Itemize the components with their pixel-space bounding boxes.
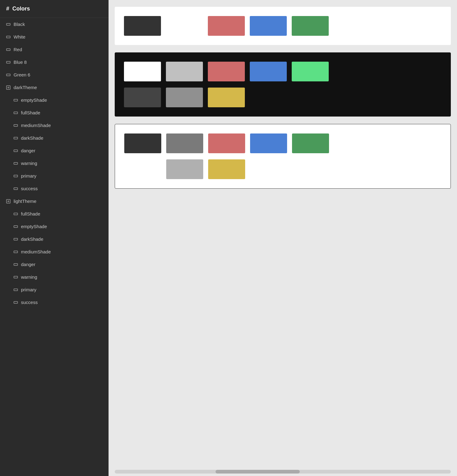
main-panel (109, 0, 457, 476)
sidebar-item-label: primary (21, 287, 36, 292)
color-icon (14, 289, 18, 291)
color-row-dark-1 (124, 88, 442, 107)
color-swatch[interactable] (208, 159, 245, 179)
sidebar-item-emptyShade-light[interactable]: emptyShade (0, 220, 109, 233)
color-swatch[interactable] (250, 88, 287, 107)
sidebar-item-success-dark[interactable]: success (0, 182, 109, 195)
color-icon (14, 175, 18, 177)
sidebar-item-danger-light[interactable]: danger (0, 258, 109, 271)
color-swatch[interactable] (166, 62, 203, 81)
sidebar-item-primary-dark[interactable]: primary (0, 170, 109, 182)
hash-icon: # (6, 6, 9, 12)
main-content (109, 7, 457, 470)
color-swatch[interactable] (124, 62, 161, 81)
sidebar-item-label: danger (21, 148, 35, 153)
color-swatch[interactable] (208, 133, 245, 153)
sidebar-title: Colors (12, 6, 30, 12)
color-icon (6, 48, 10, 51)
sidebar-item-fullShade-dark[interactable]: fullShade (0, 106, 109, 119)
color-swatch[interactable] (124, 88, 161, 107)
color-swatch[interactable] (292, 133, 329, 153)
color-row-light-0 (124, 133, 441, 153)
sidebar-item-mediumShade-dark[interactable]: mediumShade (0, 119, 109, 132)
sidebar-item-label: mediumShade (21, 123, 51, 128)
sidebar-item-label: Blue 8 (14, 60, 27, 65)
color-swatch[interactable] (292, 62, 329, 81)
color-swatch[interactable] (124, 159, 161, 179)
sidebar-item-white[interactable]: White (0, 31, 109, 43)
sidebar-item-danger-dark[interactable]: danger (0, 144, 109, 157)
sidebar-group-lightTheme[interactable]: lightTheme (0, 195, 109, 207)
sidebar-item-green6[interactable]: Green 6 (0, 68, 109, 81)
horizontal-scrollbar[interactable] (115, 470, 451, 474)
color-section-light (115, 124, 451, 189)
sidebar-group-label: darkTheme (14, 85, 37, 90)
color-swatch[interactable] (250, 133, 287, 153)
sidebar-item-fullShade-light[interactable]: fullShade (0, 207, 109, 220)
sidebar-item-warning-light[interactable]: warning (0, 271, 109, 283)
sidebar-item-success-light[interactable]: success (0, 296, 109, 309)
color-swatch[interactable] (166, 133, 203, 153)
color-swatch[interactable] (292, 16, 329, 36)
sidebar-item-label: White (14, 34, 25, 39)
color-icon (14, 150, 18, 152)
sidebar-item-mediumShade-light[interactable]: mediumShade (0, 245, 109, 258)
color-swatch[interactable] (250, 16, 287, 36)
sidebar-item-darkShade-light[interactable]: darkShade (0, 233, 109, 245)
sidebar-item-label: fullShade (21, 110, 40, 115)
color-swatch[interactable] (166, 16, 203, 36)
sidebar-header: # Colors (0, 0, 109, 18)
color-swatch[interactable] (208, 88, 245, 107)
color-section-dark (115, 52, 451, 117)
sidebar-item-warning-dark[interactable]: warning (0, 157, 109, 170)
sidebar-item-label: Red (14, 47, 22, 52)
sidebar-item-label: fullShade (21, 211, 40, 216)
sidebar-item-label: warning (21, 274, 37, 280)
sidebar-item-label: darkShade (21, 135, 43, 141)
color-icon (14, 301, 18, 304)
color-swatch[interactable] (124, 16, 161, 36)
color-icon (14, 187, 18, 190)
sidebar-item-label: mediumShade (21, 249, 51, 254)
color-row-light-1 (124, 159, 441, 179)
sidebar-item-black[interactable]: Black (0, 18, 109, 31)
color-icon (14, 137, 18, 139)
color-swatch[interactable] (250, 62, 287, 81)
color-swatch[interactable] (250, 159, 287, 179)
color-swatch[interactable] (166, 88, 203, 107)
sidebar-item-label: Green 6 (14, 72, 30, 77)
sidebar-item-label: emptyShade (21, 224, 47, 229)
color-swatch[interactable] (166, 159, 203, 179)
color-swatch[interactable] (124, 133, 161, 153)
sidebar-item-label: danger (21, 262, 35, 267)
color-icon (14, 263, 18, 266)
sidebar-item-red[interactable]: Red (0, 43, 109, 56)
group-icon (6, 199, 10, 203)
sidebar-group-label: lightTheme (14, 199, 36, 204)
color-icon (14, 238, 18, 240)
color-icon (14, 213, 18, 215)
sidebar-item-blue8[interactable]: Blue 8 (0, 56, 109, 68)
color-icon (6, 74, 10, 76)
color-icon (14, 124, 18, 127)
color-swatch[interactable] (208, 62, 245, 81)
color-icon (14, 99, 18, 101)
sidebar-item-label: warning (21, 161, 37, 166)
sidebar-item-emptyShade-dark[interactable]: emptyShade (0, 94, 109, 106)
color-icon (14, 162, 18, 165)
sidebar-item-primary-light[interactable]: primary (0, 283, 109, 296)
color-swatch[interactable] (292, 88, 329, 107)
group-icon (6, 85, 10, 90)
sidebar-item-label: success (21, 186, 38, 191)
sidebar: # Colors Black White Red Blue 8 Green 6 … (0, 0, 109, 476)
color-swatch[interactable] (208, 16, 245, 36)
color-icon (6, 36, 10, 38)
sidebar-group-darkTheme[interactable]: darkTheme (0, 81, 109, 94)
color-icon (14, 276, 18, 278)
scrollbar-thumb[interactable] (216, 470, 300, 474)
color-icon (14, 112, 18, 114)
color-icon (14, 225, 18, 228)
color-icon (6, 23, 10, 26)
color-swatch[interactable] (292, 159, 329, 179)
sidebar-item-darkShade-dark[interactable]: darkShade (0, 132, 109, 144)
